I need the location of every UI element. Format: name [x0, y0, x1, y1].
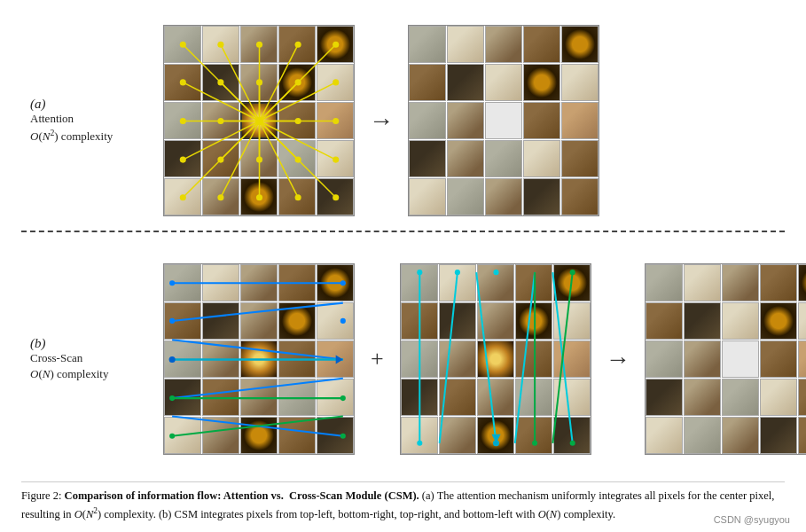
attention-input-grid: [163, 25, 355, 216]
grid-cell: [164, 379, 201, 416]
grid-cell: [278, 102, 316, 139]
grid-cell: [447, 64, 484, 101]
grid-cell: [439, 340, 476, 378]
scan-grid1-wrapper: [163, 263, 355, 455]
grid-cell: [485, 26, 522, 63]
grid-cell: [553, 417, 591, 454]
grid-cell: [202, 379, 239, 416]
grid-cell: [515, 302, 552, 340]
grid-cell: [553, 379, 591, 416]
scan-input-grid1: [163, 263, 355, 455]
grid-cell: [523, 140, 560, 177]
grid-cell: [646, 379, 683, 416]
grid-cell: [798, 264, 806, 301]
grid-cell: [447, 102, 484, 139]
grid-cell: [798, 417, 806, 454]
attention-arrow: →: [369, 106, 394, 135]
grid-cell: [485, 140, 522, 177]
grid-cell: [523, 102, 560, 139]
scan-grid2-wrapper: [400, 263, 591, 455]
grid-cell: [317, 64, 354, 101]
grid-cell: [240, 302, 278, 340]
grid-cell-blank: [485, 102, 522, 139]
section-a-complexity: O(N2) complexity: [30, 128, 113, 144]
section-a-paren: (a): [30, 97, 46, 112]
grid-cell: [722, 264, 759, 301]
grid-cell: [202, 264, 239, 301]
grid-cell-center: [477, 340, 514, 378]
grid-cell: [202, 102, 239, 139]
grid-cell: [164, 26, 201, 63]
grid-cell: [561, 140, 599, 177]
grid-cell-center: [240, 102, 278, 139]
grid-cell: [240, 178, 278, 215]
section-b-paren: (b): [30, 336, 46, 351]
grid-cell: [278, 64, 316, 101]
section-b-complexity: O(N) complexity: [30, 367, 108, 381]
grid-cell: [477, 264, 514, 301]
grid-cell: [760, 264, 797, 301]
grid-cell: [278, 340, 316, 378]
grid-cell: [477, 302, 514, 340]
grid-cell: [561, 102, 599, 139]
section-b: (b) Cross-Scan O(N) complexity: [21, 238, 785, 478]
grid-cell: [439, 417, 476, 454]
grid-cell: [278, 302, 316, 340]
grid-cell: [760, 417, 797, 454]
grid-cell: [317, 340, 354, 378]
page: (a) Attention O(N2) complexity: [0, 0, 806, 532]
scan-input-grid2: [400, 263, 591, 455]
grid-cell: [164, 178, 201, 215]
grid-cell: [515, 417, 552, 454]
grid-cell: [278, 264, 316, 301]
grid-cell: [684, 340, 721, 378]
grid-cell: [317, 140, 354, 177]
grid-cell: [164, 264, 201, 301]
grid-cell: [447, 178, 484, 215]
grid-cell: [646, 302, 683, 340]
grid-cell: [515, 379, 552, 416]
section-b-grids: +: [163, 263, 806, 455]
grid-cell: [409, 178, 446, 215]
grid-cell: [278, 379, 316, 416]
grid-cell: [561, 178, 599, 215]
grid-cell: [240, 140, 278, 177]
grid-cell: [409, 140, 446, 177]
grid-cell: [409, 26, 446, 63]
grid-cell: [164, 102, 201, 139]
grid-cell: [760, 302, 797, 340]
attention-output-grid: [408, 25, 599, 216]
grid-cell: [164, 64, 201, 101]
grid-cell: [401, 302, 438, 340]
grid-cell: [477, 417, 514, 454]
grid-cell: [523, 64, 560, 101]
grid-cell: [485, 64, 522, 101]
grid-cell: [447, 140, 484, 177]
section-a-grids: →: [163, 25, 599, 216]
section-b-title: Cross-Scan: [30, 351, 82, 365]
grid-cell: [561, 64, 599, 101]
grid-cell: [553, 340, 591, 378]
grid-cell: [684, 379, 721, 416]
grid-cell: [317, 102, 354, 139]
grid-cell-blank: [722, 340, 759, 378]
grid-cell: [202, 26, 239, 63]
grid-cell: [317, 178, 354, 215]
grid-cell: [401, 417, 438, 454]
grid-cell: [202, 140, 239, 177]
grid-cell: [202, 302, 239, 340]
grid-cell: [164, 302, 201, 340]
grid-cell: [278, 178, 316, 215]
grid-cell: [477, 379, 514, 416]
watermark: CSDN @syugyou: [714, 514, 790, 525]
grid-cell: [317, 302, 354, 340]
grid-cell: [317, 379, 354, 416]
grid-cell: [278, 26, 316, 63]
section-a-title: Attention: [30, 112, 74, 126]
grid-cell: [646, 340, 683, 378]
grid-cell: [240, 64, 278, 101]
grid-cell: [317, 264, 354, 301]
grid-cell: [485, 178, 522, 215]
grid-cell: [317, 26, 354, 63]
label-a: (a) Attention O(N2) complexity: [21, 97, 163, 144]
